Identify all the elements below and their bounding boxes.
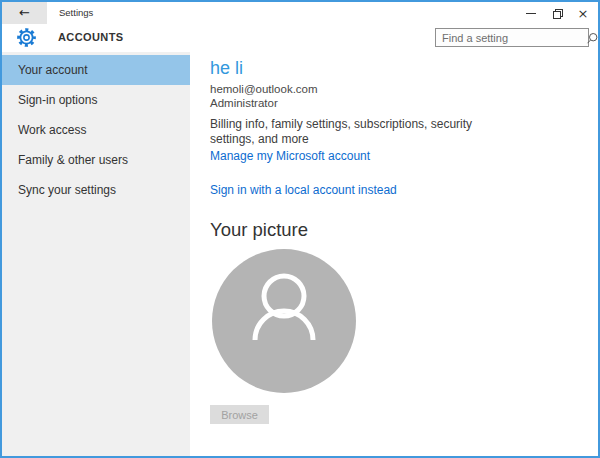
back-button[interactable]: ← bbox=[2, 2, 47, 24]
sidebar-item-sync-your-settings[interactable]: Sync your settings bbox=[2, 175, 190, 205]
titlebar: ← Settings × bbox=[2, 2, 598, 24]
account-name: he li bbox=[210, 58, 243, 78]
minimize-button[interactable] bbox=[518, 2, 544, 24]
sidebar-item-your-account[interactable]: Your account bbox=[2, 55, 190, 85]
window-title: Settings bbox=[59, 7, 93, 18]
page-header: ACCOUNTS bbox=[2, 24, 598, 52]
back-icon: ← bbox=[19, 5, 30, 20]
sign-in-local-account-link[interactable]: Sign in with a local account instead bbox=[210, 183, 397, 197]
user-icon bbox=[224, 259, 344, 383]
close-button[interactable]: × bbox=[570, 2, 596, 24]
avatar bbox=[212, 249, 356, 393]
account-description: Billing info, family settings, subscript… bbox=[210, 117, 498, 147]
sidebar: Your account Sign-in options Work access… bbox=[2, 52, 190, 456]
manage-microsoft-account-link[interactable]: Manage my Microsoft account bbox=[210, 149, 370, 163]
sidebar-item-family-other-users[interactable]: Family & other users bbox=[2, 145, 190, 175]
your-picture-heading: Your picture bbox=[210, 219, 308, 241]
minimize-icon bbox=[526, 13, 536, 14]
settings-window: ← Settings × ACCOUNTS bbox=[0, 0, 600, 458]
restore-button[interactable] bbox=[544, 2, 570, 24]
window-controls: × bbox=[518, 2, 596, 24]
sidebar-item-work-access[interactable]: Work access bbox=[2, 115, 190, 145]
restore-icon bbox=[553, 9, 562, 18]
main-content: he li hemoli@outlook.com Administrator B… bbox=[190, 52, 598, 456]
close-icon: × bbox=[578, 7, 589, 20]
browse-button[interactable]: Browse bbox=[210, 405, 269, 424]
gear-icon bbox=[16, 27, 37, 48]
search-input[interactable] bbox=[436, 30, 586, 45]
search-icon bbox=[586, 31, 599, 44]
account-role: Administrator bbox=[210, 97, 278, 110]
page-title: ACCOUNTS bbox=[58, 31, 124, 43]
account-email: hemoli@outlook.com bbox=[210, 83, 318, 96]
search-box[interactable] bbox=[435, 28, 589, 47]
sidebar-item-sign-in-options[interactable]: Sign-in options bbox=[2, 85, 190, 115]
